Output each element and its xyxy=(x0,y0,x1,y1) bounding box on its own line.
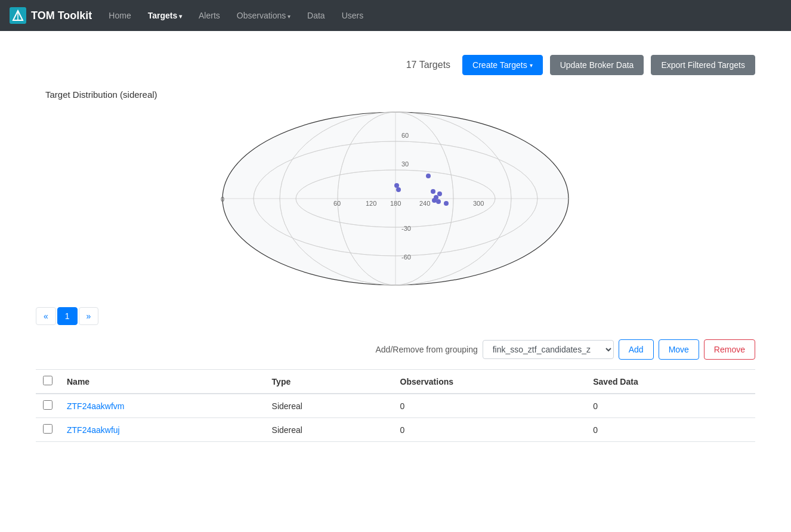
nav-links: Home Targets Alerts Observations Data Us… xyxy=(101,6,370,25)
row-saved-data-0: 0 xyxy=(586,394,755,418)
nav-data[interactable]: Data xyxy=(300,6,332,25)
row-checkbox-1[interactable] xyxy=(43,424,52,434)
chart-title: Target Distribution (sidereal) xyxy=(36,89,755,100)
update-broker-button[interactable]: Update Broker Data xyxy=(550,55,644,75)
grouping-remove-button[interactable]: Remove xyxy=(704,339,755,360)
lon-label-60: 60 xyxy=(333,200,341,207)
grouping-add-button[interactable]: Add xyxy=(619,339,654,360)
row-saved-data-1: 0 xyxy=(586,418,755,442)
row-type-1: Sidereal xyxy=(265,418,393,442)
chart-section: Target Distribution (sidereal) xyxy=(36,89,755,288)
page-1[interactable]: 1 xyxy=(57,307,78,325)
lon-label-240: 240 xyxy=(419,200,430,207)
select-all-checkbox[interactable] xyxy=(43,376,52,385)
brand-logo[interactable]: TOM Toolkit xyxy=(10,7,92,24)
data-point-2 xyxy=(396,187,401,192)
targets-count: 17 Targets xyxy=(406,60,450,70)
create-targets-button[interactable]: Create Targets xyxy=(462,55,543,75)
lon-label-120: 120 xyxy=(366,200,376,207)
brand-title: TOM Toolkit xyxy=(31,10,92,22)
header-row: 17 Targets Create Targets Update Broker … xyxy=(36,55,755,75)
row-name-1: ZTF24aakwfuj xyxy=(60,418,265,442)
grouping-label: Add/Remove from grouping xyxy=(376,345,478,354)
nav-targets[interactable]: Targets xyxy=(141,6,189,25)
chart-container: 60 30 -30 -60 0 60 120 180 240 300 xyxy=(36,109,755,288)
header-observations: Observations xyxy=(393,370,586,394)
lat-label-60: 60 xyxy=(401,132,409,139)
row-checkbox-0[interactable] xyxy=(43,400,52,410)
grouping-select[interactable]: fink_sso_ztf_candidates_z xyxy=(483,340,614,359)
table-row: ZTF24aakwfvm Sidereal 0 0 xyxy=(36,394,755,418)
page-next[interactable]: » xyxy=(79,307,99,325)
header-checkbox-cell xyxy=(36,370,60,394)
pagination: « 1 » xyxy=(36,307,755,325)
data-point-1 xyxy=(394,183,399,188)
nav-observations[interactable]: Observations xyxy=(230,6,298,25)
nav-alerts[interactable]: Alerts xyxy=(191,6,227,25)
brand-icon xyxy=(10,7,26,24)
grouping-row: Add/Remove from grouping fink_sso_ztf_ca… xyxy=(36,339,755,360)
lon-label-0: 0 xyxy=(221,196,224,203)
data-point-7 xyxy=(436,199,441,204)
table-header-row: Name Type Observations Saved Data xyxy=(36,370,755,394)
data-point-4 xyxy=(431,189,435,194)
data-point-3 xyxy=(426,174,431,178)
header-saved-data: Saved Data xyxy=(586,370,755,394)
data-point-8 xyxy=(437,191,442,196)
lat-label-30: 30 xyxy=(401,160,409,168)
nav-users[interactable]: Users xyxy=(335,6,371,25)
table-row: ZTF24aakwfuj Sidereal 0 0 xyxy=(36,418,755,442)
data-point-6 xyxy=(434,195,438,200)
lat-label-n60: -60 xyxy=(401,253,411,261)
sky-map: 60 30 -30 -60 0 60 120 180 240 300 xyxy=(217,109,574,288)
nav-home[interactable]: Home xyxy=(101,6,138,25)
header-type: Type xyxy=(265,370,393,394)
row-observations-0: 0 xyxy=(393,394,586,418)
row-checkbox-cell xyxy=(36,418,60,442)
lon-label-300: 300 xyxy=(473,200,484,207)
page-prev[interactable]: « xyxy=(36,307,56,325)
targets-table: Name Type Observations Saved Data ZTF24a… xyxy=(36,369,755,442)
data-point-9 xyxy=(444,201,449,206)
row-checkbox-cell xyxy=(36,394,60,418)
row-observations-1: 0 xyxy=(393,418,586,442)
lat-label-n30: -30 xyxy=(401,225,411,232)
navbar: TOM Toolkit Home Targets Alerts Observat… xyxy=(0,0,791,31)
export-filtered-button[interactable]: Export Filtered Targets xyxy=(651,55,755,75)
row-type-0: Sidereal xyxy=(265,394,393,418)
header-name: Name xyxy=(60,370,265,394)
row-name-0: ZTF24aakwfvm xyxy=(60,394,265,418)
grouping-move-button[interactable]: Move xyxy=(659,339,699,360)
target-link-0[interactable]: ZTF24aakwfvm xyxy=(67,401,124,411)
lon-label-180: 180 xyxy=(390,200,401,207)
target-link-1[interactable]: ZTF24aakwfuj xyxy=(67,425,120,435)
main-content: 17 Targets Create Targets Update Broker … xyxy=(0,31,791,466)
